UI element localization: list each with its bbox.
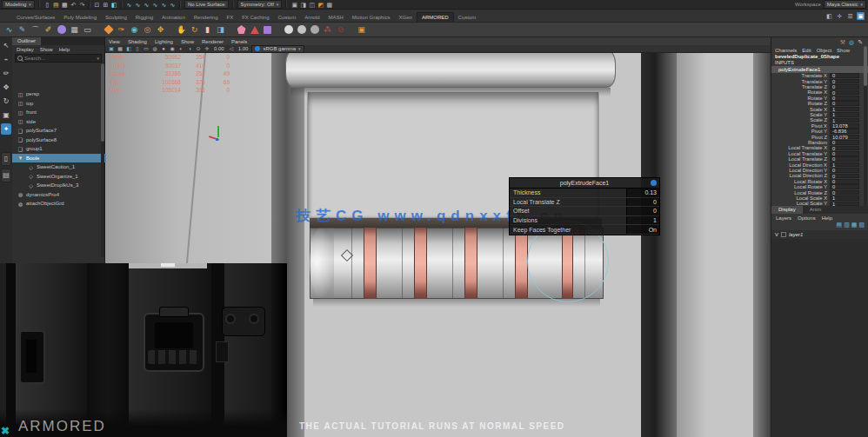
symmetry-dropdown[interactable]: Symmetry: Off ▾	[237, 0, 283, 9]
shelf-tab-mash[interactable]: MASH	[324, 13, 348, 22]
grab-tool-icon[interactable]: ✥	[155, 24, 166, 36]
last-tool[interactable]: ✦	[1, 123, 11, 135]
film-gate-icon[interactable]: ◧	[125, 45, 132, 52]
outliner-item-polysurface7[interactable]: ❑polySurface7	[12, 126, 106, 135]
outliner-item-attachobjectgrd[interactable]: ◍attachObjectGrd	[12, 199, 106, 208]
layout-single[interactable]: ▯	[1, 152, 11, 166]
snap-projected-icon[interactable]: ∿	[151, 1, 159, 9]
viewport-menu-panels[interactable]: Panels	[231, 39, 247, 44]
snap-view-icon[interactable]: ∿	[160, 1, 168, 9]
popup-title-bar[interactable]: polyExtrudeFace1	[510, 178, 659, 189]
channel-box-menu-object[interactable]: Object	[817, 48, 831, 53]
layer-menu-help[interactable]: Help	[822, 215, 832, 221]
scale-tool[interactable]: ▣	[1, 109, 11, 121]
menu-set-dropdown[interactable]: Modeling ▾	[2, 0, 35, 9]
exposure-value[interactable]: 0.00	[212, 46, 226, 51]
hide-shelf-icon[interactable]: ◧	[825, 12, 833, 20]
snap-curve-icon[interactable]: ∿	[134, 1, 142, 9]
redo-icon[interactable]: ↷	[78, 1, 86, 9]
popup-row-thickness[interactable]: Thickness0.13	[510, 189, 659, 198]
paint-select-tool[interactable]: ✏	[1, 68, 11, 79]
channel-attribute-value[interactable]: 1	[830, 162, 859, 168]
channel-box-node[interactable]: polyExtrudeFace1	[771, 66, 868, 73]
monitor-icon[interactable]: ▭	[82, 24, 93, 36]
new-empty-layer-icon[interactable]: ▤	[837, 222, 843, 228]
particle-dots-icon[interactable]: ⁂	[322, 24, 333, 36]
snap-viewport-icon[interactable]: ▣	[108, 45, 115, 52]
pencil-curve-icon[interactable]: ✐	[43, 24, 54, 36]
layer-tab-anim[interactable]: Anim	[803, 206, 829, 214]
pentagon-prim-icon[interactable]	[236, 24, 247, 36]
layer-display-type-toggle[interactable]	[781, 232, 786, 237]
outliner-menu-display[interactable]: Display	[17, 47, 34, 52]
live-surface-field[interactable]: No Live Surface	[184, 0, 229, 9]
shelf-tab-poly-modeling[interactable]: Poly Modeling	[59, 13, 101, 22]
ep-curve-icon[interactable]: ✎	[17, 24, 28, 36]
cube-icon[interactable]: ◨	[215, 24, 226, 36]
viewport-menu-lighting[interactable]: Lighting	[155, 39, 173, 44]
channel-attribute-value[interactable]: 0	[830, 79, 859, 84]
modeling-toolkit-icon[interactable]: ⚒	[840, 38, 845, 47]
select-component-icon[interactable]: ◧	[110, 1, 118, 9]
new-scene-icon[interactable]: ▯	[43, 1, 51, 9]
popup-row-local-translate-z[interactable]: Local Translate Z0	[510, 198, 659, 208]
outliner-menu-help[interactable]: Help	[59, 47, 70, 52]
popup-attr-value[interactable]: 1	[626, 216, 659, 225]
view-transform-dropdown[interactable]: sRGB gamma▾	[251, 45, 304, 53]
layout-four[interactable]: ▤	[1, 169, 11, 182]
channel-attribute-value[interactable]: 0	[830, 156, 859, 162]
outliner-item-persp[interactable]: ◫persp	[12, 89, 106, 98]
outliner-menu-show[interactable]: Show	[40, 47, 53, 52]
square-prim-icon[interactable]	[262, 24, 273, 36]
shadows-icon[interactable]: ◑	[186, 45, 193, 52]
layer-visibility-toggle[interactable]: V	[775, 232, 778, 237]
render-icon[interactable]: ◫	[308, 1, 316, 9]
paint-tool-icon[interactable]: ✑	[116, 24, 127, 36]
layer-menu-layers[interactable]: Layers	[776, 215, 791, 221]
outliner-item-dynamicspro4[interactable]: ◍dynamicsPro4	[12, 190, 106, 199]
shelf-tab-custom[interactable]: Custom	[274, 13, 301, 22]
popup-attr-value[interactable]: On	[626, 225, 659, 234]
channel-attribute-value[interactable]: -6.836	[830, 129, 859, 134]
grid-icon[interactable]: ▦	[117, 45, 124, 52]
popup-row-keep-faces-together[interactable]: Keep Faces TogetherOn	[510, 225, 659, 235]
shelf-tab-sculpting[interactable]: Sculpting	[101, 13, 131, 22]
snap-live-icon[interactable]: ∿	[169, 1, 177, 9]
move-layer-down-icon[interactable]: ▧	[858, 222, 865, 228]
shelf-tab-fx[interactable]: FX	[222, 13, 237, 22]
outliner-item-group1[interactable]: ❑group1	[12, 144, 106, 153]
sphere-dark-icon[interactable]	[309, 24, 320, 36]
workspace-dropdown[interactable]: Maya Classic ▾	[824, 0, 866, 9]
cylinder-icon[interactable]: ▮	[202, 24, 213, 36]
outliner-item-polysurface8[interactable]: ❑polySurface8	[12, 136, 106, 144]
layer-tab-display[interactable]: Display	[771, 206, 803, 214]
channel-attribute-value[interactable]: 1	[830, 118, 859, 123]
gate-mask-icon[interactable]: ▯	[134, 45, 141, 52]
outliner-scrollbar[interactable]	[101, 62, 104, 257]
sphere-shaded-icon[interactable]	[283, 24, 294, 36]
channel-attribute-value[interactable]: 0	[830, 84, 859, 89]
select-hierarchy-icon[interactable]: ⊡	[93, 1, 101, 9]
channel-attribute-value[interactable]: 0	[830, 179, 859, 184]
shelf-tab-arnold[interactable]: Arnold	[300, 13, 324, 22]
shelf-tab-armored[interactable]: ARMORED	[417, 12, 454, 22]
ipr-render-icon[interactable]: ◩	[317, 1, 324, 9]
sphere-matte-icon[interactable]	[296, 24, 307, 36]
channel-attribute-value[interactable]: 0	[830, 151, 859, 156]
history-icon[interactable]: ▣	[290, 1, 298, 9]
node-state-icon[interactable]	[651, 180, 657, 186]
hand-tool-icon[interactable]: ✋	[176, 24, 187, 36]
channel-attribute-value[interactable]: 1	[830, 107, 859, 112]
safe-action-icon[interactable]: ▭	[143, 45, 150, 52]
new-layer-selected-icon[interactable]: ▥	[844, 222, 850, 228]
viewport-menu-show[interactable]: Show	[181, 39, 194, 44]
outliner-item-boole[interactable]: ▼Boole	[12, 154, 106, 162]
sculpt-sphere-icon[interactable]	[56, 24, 67, 36]
scrollbar-thumb[interactable]	[864, 46, 867, 86]
undo-icon[interactable]: ↶	[70, 1, 77, 9]
channel-box-menu-edit[interactable]: Edit	[802, 48, 811, 53]
channel-box-menu-show[interactable]: Show	[837, 48, 850, 53]
channel-attribute-value[interactable]: 0	[830, 96, 859, 101]
ao-icon[interactable]: ⊙	[195, 45, 202, 52]
outliner-tab[interactable]: Outliner	[12, 37, 41, 45]
